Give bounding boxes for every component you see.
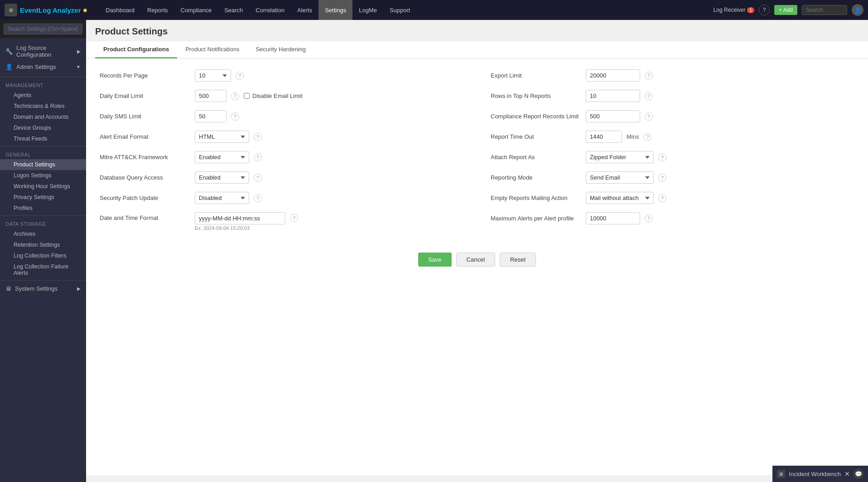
datetime-format-label: Date and Time Format xyxy=(100,212,190,221)
incident-workbench-close[interactable]: ✕ xyxy=(844,470,850,477)
sidebar-item-working-hour[interactable]: Working Hour Settings xyxy=(0,181,86,192)
daily-email-limit-help[interactable]: ? xyxy=(231,92,239,100)
sidebar-item-log-failure-alerts[interactable]: Log Collection Failure Alerts xyxy=(0,261,86,278)
reporting-mode-select[interactable]: Send EmailSave to Disk xyxy=(586,171,654,184)
sidebar-system-settings[interactable]: 🖥 System Settings ▶ xyxy=(0,282,86,295)
tab-product-configurations[interactable]: Product Configurations xyxy=(95,41,177,58)
daily-sms-limit-row: Daily SMS Limit ? xyxy=(100,110,463,122)
alert-email-format-help[interactable]: ? xyxy=(254,133,262,141)
report-timeout-label: Report Time Out xyxy=(491,133,581,140)
datetime-format-row: Date and Time Format Ex: 2024-09-04 15:2… xyxy=(100,212,463,231)
sidebar-item-agents[interactable]: Agents xyxy=(0,90,86,101)
records-per-page-row: Records Per Page 102550100 ? xyxy=(100,69,463,82)
sidebar-item-threat-feeds[interactable]: Threat Feeds xyxy=(0,133,86,144)
nav-support[interactable]: Support xyxy=(383,0,417,20)
sidebar-item-privacy[interactable]: Privacy Settings xyxy=(0,192,86,203)
empty-reports-help[interactable]: ? xyxy=(658,194,666,202)
db-query-access-help[interactable]: ? xyxy=(254,174,262,182)
save-button[interactable]: Save xyxy=(418,253,452,267)
db-query-access-label: Database Query Access xyxy=(100,174,190,181)
sidebar: 🔧 Log Source Configuration ▶ 👤 Admin Set… xyxy=(0,20,86,482)
report-timeout-input[interactable] xyxy=(586,131,622,143)
security-patch-select[interactable]: DisabledEnabled xyxy=(195,192,249,204)
log-receiver-badge: 1 xyxy=(747,7,754,13)
max-alerts-input[interactable] xyxy=(586,212,640,224)
sidebar-item-product-settings[interactable]: Product Settings xyxy=(0,159,86,170)
report-timeout-help[interactable]: ? xyxy=(643,133,651,141)
security-patch-help[interactable]: ? xyxy=(254,194,262,202)
export-limit-help[interactable]: ? xyxy=(645,72,653,80)
daily-sms-limit-input[interactable] xyxy=(195,110,227,122)
daily-email-limit-input[interactable] xyxy=(195,90,227,102)
empty-reports-select[interactable]: Mail without attachDo not mail xyxy=(586,192,654,204)
reset-button[interactable]: Reset xyxy=(500,253,536,267)
help-button[interactable]: ? xyxy=(759,5,770,15)
max-alerts-help[interactable]: ? xyxy=(645,214,653,223)
compliance-records-help[interactable]: ? xyxy=(645,112,653,121)
alert-email-format-label: Alert Email Format xyxy=(100,133,190,140)
nav-reports[interactable]: Reports xyxy=(141,0,174,20)
rows-top-n-help[interactable]: ? xyxy=(645,92,653,100)
sidebar-item-device-groups[interactable]: Device Groups xyxy=(0,122,86,133)
sidebar-log-source-section: 🔧 Log Source Configuration ▶ 👤 Admin Set… xyxy=(0,38,86,75)
nav-compliance[interactable]: Compliance xyxy=(174,0,218,20)
sidebar-item-log-collection-filters[interactable]: Log Collection Filters xyxy=(0,250,86,261)
compliance-records-label: Compliance Report Records Limit xyxy=(491,113,581,120)
sidebar-item-profiles[interactable]: Profiles xyxy=(0,203,86,214)
log-source-arrow: ▶ xyxy=(77,49,81,54)
alert-email-format-select[interactable]: HTMLPlain Text xyxy=(195,131,249,143)
nav-logme[interactable]: LogMe xyxy=(352,0,383,20)
add-button[interactable]: + Add xyxy=(774,5,797,15)
app-name: EventLog Analyzer xyxy=(20,6,81,14)
records-per-page-label: Records Per Page xyxy=(100,72,190,79)
log-receiver-button[interactable]: Log Receiver 1 xyxy=(714,7,754,13)
tab-security-hardening[interactable]: Security Hardening xyxy=(247,41,314,58)
attach-report-row: Attach Report As Zipped FolderPDFCSV ? xyxy=(491,151,854,163)
sidebar-item-logon-settings[interactable]: Logon Settings xyxy=(0,170,86,181)
tab-product-notifications[interactable]: Product Notifications xyxy=(177,41,247,58)
sidebar-search-input[interactable] xyxy=(4,24,82,34)
disable-email-checkbox-label: Disable Email Limit xyxy=(244,93,303,99)
incident-workbench-label: Incident Workbench xyxy=(789,471,841,477)
sidebar-item-retention[interactable]: Retention Settings xyxy=(0,239,86,250)
settings-panel: Records Per Page 102550100 ? Daily Email… xyxy=(86,58,868,475)
sidebar-item-technicians[interactable]: Technicians & Roles xyxy=(0,101,86,112)
datetime-format-input[interactable] xyxy=(195,212,285,224)
mitre-framework-help[interactable]: ? xyxy=(254,153,262,161)
compliance-records-row: Compliance Report Records Limit ? xyxy=(491,110,854,122)
user-avatar[interactable]: 👤 xyxy=(852,4,863,16)
export-limit-input[interactable] xyxy=(586,69,640,82)
rows-top-n-row: Rows in Top N Reports ? xyxy=(491,90,854,102)
nav-search[interactable]: Search xyxy=(218,0,249,20)
sidebar-divider-1 xyxy=(0,77,86,77)
nav-alerts[interactable]: Alerts xyxy=(291,0,318,20)
content-area: Product Settings Product Configurations … xyxy=(86,20,868,482)
disable-email-checkbox[interactable] xyxy=(244,93,250,99)
datetime-format-help[interactable]: ? xyxy=(290,214,298,222)
rows-top-n-input[interactable] xyxy=(586,90,640,102)
incident-workbench-icon: 🖥 xyxy=(777,470,785,478)
bottom-bar: 🖥 Incident Workbench ✕ 💬 xyxy=(772,466,868,482)
datetime-format-hint: Ex: 2024-09-04 15:20:03 xyxy=(195,225,285,231)
search-input[interactable] xyxy=(802,5,847,15)
sidebar-admin-settings[interactable]: 👤 Admin Settings ▼ xyxy=(0,61,86,73)
records-per-page-select[interactable]: 102550100 xyxy=(195,69,231,82)
sidebar-item-archives[interactable]: Archives xyxy=(0,229,86,239)
daily-sms-limit-help[interactable]: ? xyxy=(231,112,239,121)
reporting-mode-help[interactable]: ? xyxy=(658,174,666,182)
records-per-page-help[interactable]: ? xyxy=(236,72,244,80)
sidebar-log-source-config[interactable]: 🔧 Log Source Configuration ▶ xyxy=(0,42,86,61)
sidebar-management-label: Management xyxy=(0,79,86,90)
attach-report-help[interactable]: ? xyxy=(658,153,666,161)
db-query-access-select[interactable]: EnabledDisabled xyxy=(195,171,249,184)
attach-report-select[interactable]: Zipped FolderPDFCSV xyxy=(586,151,654,163)
cancel-button[interactable]: Cancel xyxy=(456,253,495,267)
nav-settings[interactable]: Settings xyxy=(318,0,352,20)
chat-icon[interactable]: 💬 xyxy=(854,469,863,479)
navbar-right: Log Receiver 1 ? + Add 👤 xyxy=(714,4,863,16)
compliance-records-input[interactable] xyxy=(586,110,640,122)
nav-correlation[interactable]: Correlation xyxy=(249,0,291,20)
nav-dashboard[interactable]: Dashboard xyxy=(99,0,141,20)
mitre-framework-select[interactable]: EnabledDisabled xyxy=(195,151,249,163)
sidebar-item-domain[interactable]: Domain and Accounts xyxy=(0,112,86,122)
